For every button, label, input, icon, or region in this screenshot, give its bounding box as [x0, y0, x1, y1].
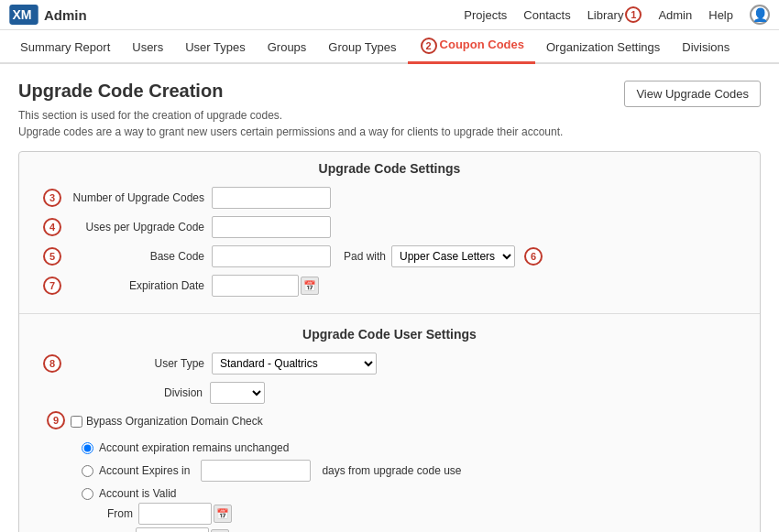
- base-code-label: Base Code: [65, 250, 212, 263]
- tab-summary-report[interactable]: Summary Report: [9, 33, 121, 64]
- to-date-wrap: 📅: [136, 527, 229, 532]
- division-select[interactable]: [210, 382, 265, 404]
- expiration-row: 7 Expiration Date 📅: [38, 271, 741, 300]
- bypass-wrap: 9 Bypass Organization Domain Check: [38, 407, 741, 435]
- to-date-input[interactable]: [136, 527, 209, 532]
- bypass-label: Bypass Organization Domain Check: [86, 415, 263, 428]
- page-desc-line2: Upgrade codes are a way to grant new use…: [18, 124, 563, 140]
- bypass-checkbox-row: Bypass Organization Domain Check: [71, 411, 263, 431]
- division-row: Division: [38, 378, 741, 407]
- tab-divisions[interactable]: Divisions: [671, 33, 741, 64]
- radio-section: Account expiration remains unchanged Acc…: [38, 435, 741, 532]
- from-row: From 📅: [107, 503, 232, 525]
- radio-row-unchanged: Account expiration remains unchanged: [82, 439, 741, 457]
- division-label: Division: [63, 386, 210, 399]
- tab-coupon-codes[interactable]: 2Coupon Codes: [408, 30, 535, 64]
- upgrade-code-form: 3 Number of Upgrade Codes 4 Uses per Upg…: [19, 183, 760, 309]
- tab-coupon-codes-wrap[interactable]: 2Coupon Codes: [408, 30, 535, 62]
- annotation-9: 9: [47, 411, 65, 429]
- expiration-calendar-icon[interactable]: 📅: [301, 277, 319, 295]
- tab-users[interactable]: Users: [121, 33, 174, 64]
- page-desc-line1: This section is used for the creation of…: [18, 107, 563, 124]
- num-codes-input[interactable]: [212, 187, 331, 209]
- sub-nav: Summary Report Users User Types Groups G…: [0, 30, 779, 64]
- pad-with-label: Pad with: [344, 250, 386, 263]
- from-date-input[interactable]: [138, 503, 212, 525]
- section-divider: [19, 313, 760, 314]
- expires-in-input[interactable]: [201, 460, 311, 482]
- annotation-8: 8: [43, 354, 61, 373]
- library-badge: 1: [625, 6, 642, 23]
- nav-library-wrap[interactable]: Library 1: [587, 6, 642, 23]
- nav-projects[interactable]: Projects: [464, 8, 507, 22]
- annotation-6: 6: [524, 247, 543, 266]
- radio-valid[interactable]: [82, 488, 93, 500]
- xm-logo-icon: XM: [9, 5, 38, 25]
- uses-per-code-row: 4 Uses per Upgrade Code: [38, 212, 741, 242]
- main-content: Upgrade Code Creation This section is us…: [0, 64, 779, 532]
- uses-per-code-label: Uses per Upgrade Code: [65, 221, 212, 233]
- tab-org-settings[interactable]: Organization Settings: [535, 33, 671, 64]
- tab-group-types[interactable]: Group Types: [317, 33, 407, 64]
- page-title: Upgrade Code Creation: [18, 81, 563, 102]
- user-avatar-icon[interactable]: 👤: [750, 5, 770, 25]
- to-row: To 📅: [107, 527, 229, 532]
- radio-unchanged[interactable]: [82, 442, 93, 454]
- nav-contacts[interactable]: Contacts: [523, 8, 570, 22]
- user-type-label: User Type: [65, 357, 212, 370]
- user-settings-title: Upgrade Code User Settings: [19, 318, 760, 349]
- pad-with-select[interactable]: Upper Case Letters Lower Case Letters Nu…: [391, 245, 515, 267]
- user-type-select[interactable]: Standard - Qualtrics Other: [212, 353, 377, 375]
- base-code-pad-wrap: Pad with Upper Case Letters Lower Case L…: [212, 245, 543, 267]
- upgrade-code-settings-title: Upgrade Code Settings: [19, 152, 760, 183]
- radio-expires-in[interactable]: [82, 465, 93, 477]
- nav-help[interactable]: Help: [708, 8, 733, 22]
- radio-unchanged-label: Account expiration remains unchanged: [99, 441, 289, 454]
- expiration-date-input[interactable]: [212, 275, 299, 297]
- logo: XM Admin: [9, 5, 87, 25]
- from-label: From: [107, 507, 133, 520]
- annotation-7: 7: [43, 277, 61, 295]
- settings-panel: Upgrade Code Settings 3 Number of Upgrad…: [18, 151, 761, 532]
- user-settings-section: Upgrade Code User Settings 8 User Type S…: [19, 318, 760, 532]
- view-upgrade-codes-button[interactable]: View Upgrade Codes: [624, 81, 761, 107]
- top-nav-links: Projects Contacts Library 1 Admin Help 👤: [464, 5, 770, 25]
- tab-groups[interactable]: Groups: [257, 33, 318, 64]
- bypass-checkbox[interactable]: [71, 416, 82, 428]
- uses-per-code-input[interactable]: [212, 216, 331, 238]
- page-header-left: Upgrade Code Creation This section is us…: [18, 81, 563, 140]
- annotation-3: 3: [43, 189, 61, 207]
- annotation-5: 5: [43, 247, 61, 266]
- coupon-codes-badge: 2: [421, 38, 437, 54]
- user-settings-form: 8 User Type Standard - Qualtrics Other D…: [19, 349, 760, 532]
- base-code-input[interactable]: [212, 245, 331, 267]
- top-nav: XM Admin Projects Contacts Library 1 Adm…: [0, 0, 779, 30]
- expiration-label: Expiration Date: [65, 279, 212, 292]
- num-codes-row: 3 Number of Upgrade Codes: [38, 183, 741, 212]
- svg-text:XM: XM: [12, 8, 31, 23]
- user-type-row: 8 User Type Standard - Qualtrics Other: [38, 349, 741, 378]
- radio-row-expires-in: Account Expires in days from upgrade cod…: [82, 457, 741, 484]
- radio-row-valid: Account is Valid From 📅 To: [82, 484, 741, 532]
- base-code-row: 5 Base Code Pad with Upper Case Letters …: [38, 242, 741, 271]
- admin-label: Admin: [44, 7, 87, 23]
- num-codes-label: Number of Upgrade Codes: [65, 191, 212, 204]
- nav-library[interactable]: Library: [587, 8, 624, 22]
- from-calendar-icon[interactable]: 📅: [214, 505, 232, 523]
- tab-user-types[interactable]: User Types: [174, 33, 257, 64]
- page-desc: This section is used for the creation of…: [18, 107, 563, 140]
- annotation-4: 4: [43, 218, 61, 236]
- radio-valid-label: Account is Valid: [99, 487, 177, 500]
- radio-expires-in-label: Account Expires in: [99, 464, 190, 477]
- from-date-wrap: 📅: [138, 503, 232, 525]
- nav-admin[interactable]: Admin: [658, 8, 692, 22]
- page-header: Upgrade Code Creation This section is us…: [18, 81, 761, 140]
- expiration-date-wrap: 📅: [212, 275, 319, 297]
- days-from-label: days from upgrade code use: [322, 464, 461, 477]
- radio-valid-top: Account is Valid: [82, 487, 177, 500]
